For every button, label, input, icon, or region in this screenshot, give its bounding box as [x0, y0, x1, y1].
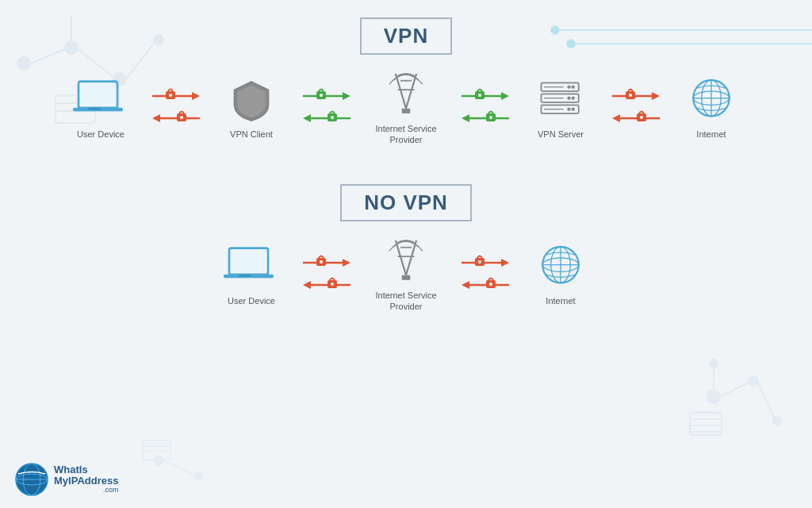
svg-marker-109 [501, 259, 509, 267]
svg-rect-57 [402, 109, 411, 114]
svg-point-72 [572, 97, 575, 100]
svg-marker-63 [462, 114, 469, 122]
watermark-line1: WhatIs [54, 464, 118, 475]
svg-point-98 [320, 260, 323, 264]
svg-marker-100 [303, 281, 311, 289]
novpn-isp-label: Internet Service Provider [358, 290, 454, 313]
svg-point-48 [320, 94, 323, 97]
vpn-server: VPN Server [517, 75, 604, 140]
novpn-title: NO VPN [340, 184, 472, 221]
watermark-line2: MyIPAddress [54, 475, 118, 487]
vpn-client-label: VPN Client [230, 129, 273, 140]
svg-point-44 [180, 116, 183, 119]
svg-rect-34 [82, 84, 115, 105]
svg-rect-92 [232, 251, 266, 271]
novpn-isp: Internet Service Provider [358, 236, 454, 313]
svg-point-102 [331, 283, 334, 286]
svg-marker-96 [343, 259, 350, 267]
svg-rect-107 [402, 275, 411, 279]
vpn-client: VPN Client [208, 75, 295, 140]
novpn-user-device: User Device [208, 241, 295, 306]
svg-marker-113 [462, 281, 469, 289]
vpn-isp-label: Internet Service Provider [358, 123, 454, 146]
novpn-arrow-2 [454, 254, 517, 294]
svg-point-111 [478, 260, 481, 264]
vpn-arrow-2 [295, 87, 358, 127]
novpn-arrow-1 [295, 254, 358, 294]
novpn-internet-label: Internet [546, 295, 575, 306]
svg-point-81 [629, 94, 632, 97]
svg-line-53 [396, 74, 406, 109]
svg-marker-38 [192, 92, 200, 100]
vpn-isp: Internet Service Provider [358, 69, 454, 146]
svg-marker-79 [652, 92, 660, 100]
vpn-arrow-1 [144, 87, 208, 127]
svg-rect-94 [239, 275, 251, 277]
svg-line-103 [396, 241, 406, 275]
vpn-section: VPN User Device [0, 0, 812, 146]
svg-point-70 [567, 86, 570, 89]
svg-marker-83 [612, 114, 620, 122]
svg-line-104 [406, 241, 416, 275]
watermark: WhatIs MyIPAddress .com [14, 462, 118, 497]
svg-point-40 [169, 94, 172, 97]
vpn-server-label: VPN Server [538, 129, 584, 140]
vpn-internet-label: Internet [696, 129, 726, 140]
novpn-internet: Internet [517, 241, 604, 306]
vpn-title: VPN [360, 17, 452, 55]
watermark-line3: .com [54, 487, 118, 495]
svg-point-73 [567, 97, 570, 100]
svg-marker-46 [343, 92, 350, 100]
svg-point-69 [572, 86, 575, 89]
svg-rect-36 [88, 108, 101, 110]
svg-point-65 [489, 116, 492, 119]
svg-marker-59 [501, 92, 509, 100]
svg-point-61 [478, 94, 481, 97]
vpn-arrow-3 [454, 87, 517, 127]
svg-line-54 [406, 74, 416, 109]
novpn-section: NO VPN User Device [0, 170, 812, 313]
svg-point-76 [567, 108, 570, 111]
vpn-user-device: User Device [57, 75, 144, 140]
svg-point-85 [640, 116, 643, 119]
vpn-user-device-label: User Device [77, 129, 124, 140]
svg-point-115 [489, 283, 492, 286]
vpn-arrow-4 [604, 87, 668, 127]
svg-point-52 [331, 116, 334, 119]
svg-marker-50 [303, 114, 311, 122]
vpn-internet: Internet [668, 75, 755, 140]
novpn-user-device-label: User Device [228, 295, 275, 306]
svg-point-75 [572, 108, 575, 111]
svg-marker-42 [152, 114, 160, 122]
